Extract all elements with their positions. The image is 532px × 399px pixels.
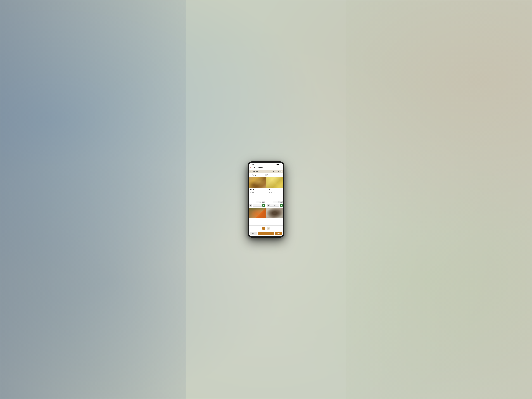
price-input-bread[interactable] (256, 201, 261, 203)
subcategory-filter[interactable]: Subcategory ▾ (266, 174, 282, 176)
butter-image (266, 177, 283, 188)
app-header: ✕ Sales report ⌕ (249, 166, 283, 170)
product-image-carrots (249, 208, 266, 218)
unit-label-bread: Unit (253, 204, 262, 207)
product-card-coffee (266, 208, 283, 226)
product-image-butter (266, 177, 283, 188)
bread-image (249, 177, 266, 188)
product-card-bread: Bread F001 Previous qty: 0 USD − Unit + (249, 177, 266, 208)
category-filter[interactable]: Category ▾ (250, 174, 266, 176)
search-button[interactable]: ⌕ (280, 167, 282, 169)
qty-row-bread: − Unit + (249, 204, 266, 208)
signal-icon: ▐▐▐ (276, 164, 279, 165)
filter-bar: Category ▾ Subcategory ▾ (249, 173, 283, 177)
product-grid: Bread F001 Previous qty: 0 USD − Unit + (249, 177, 283, 226)
qty-minus-bread[interactable]: − (249, 204, 252, 207)
status-bar: 13:01 ▐▐▐ ⌒ ▮ (249, 163, 283, 166)
phone-screen: 13:01 ▐▐▐ ⌒ ▮ ✕ Sales report ⌕ (249, 163, 283, 236)
product-name-butter: Butter (267, 189, 282, 190)
shelf-left (0, 0, 186, 399)
page-indicator: 1 / 2 (258, 232, 274, 235)
currency-butter: USD (279, 201, 283, 203)
price-row-butter: USD (266, 201, 283, 204)
price-input-butter[interactable] (273, 201, 279, 203)
product-image-coffee (266, 208, 283, 218)
qty-minus-butter[interactable]: − (267, 204, 270, 207)
back-button[interactable]: Back (250, 232, 257, 235)
app-title: Sales report (253, 167, 264, 169)
status-time: 13:01 (251, 164, 254, 165)
coffee-image (266, 208, 283, 218)
scene: 13:01 ▐▐▐ ⌒ ▮ ✕ Sales report ⌕ (0, 0, 532, 399)
qty-plus-butter[interactable]: + (280, 204, 283, 207)
subcategory-label: Subcategory (267, 174, 275, 176)
product-code-butter: F004 (267, 190, 282, 192)
product-card-butter: Butter F004 Previous qty: 0 USD − Unit + (266, 177, 283, 208)
wifi-icon: ⌒ (279, 164, 280, 165)
pagination: 1 2 (249, 226, 283, 231)
page-dot-1[interactable]: 1 (262, 227, 266, 230)
calendar-icon[interactable]: 📆 (280, 171, 282, 172)
bottom-nav: Back 1 / 2 Next (249, 231, 283, 236)
next-button[interactable]: Next (275, 232, 282, 235)
report-bar: Q1. Sell-out 05/04/2022 📆 (249, 170, 283, 173)
hand-container: 13:01 ▐▐▐ ⌒ ▮ ✕ Sales report ⌕ (247, 161, 285, 238)
product-info-bread: Bread F001 Previous qty: 0 (249, 188, 266, 201)
close-button[interactable]: ✕ (250, 167, 252, 169)
category-label: Category (251, 174, 256, 176)
product-card-carrots (249, 208, 266, 226)
header-left: ✕ Sales report (250, 167, 264, 169)
shelf-right (346, 0, 532, 399)
product-image-bread (249, 177, 266, 188)
qty-plus-bread[interactable]: + (262, 204, 265, 207)
battery-icon: ▮ (281, 164, 281, 165)
product-name-bread: Bread (250, 189, 265, 190)
unit-label-butter: Unit (270, 204, 279, 207)
product-code-bread: F001 (250, 190, 265, 192)
category-chevron: ▾ (264, 174, 265, 176)
product-prev-qty-bread: Previous qty: 0 (250, 192, 265, 193)
status-icons: ▐▐▐ ⌒ ▮ (276, 164, 281, 165)
product-info-butter: Butter F004 Previous qty: 0 (266, 188, 283, 201)
qty-row-butter: − Unit + (266, 204, 283, 208)
report-date-group: 05/04/2022 📆 (272, 171, 282, 172)
subcategory-chevron: ▾ (281, 174, 281, 176)
carrots-image (249, 208, 266, 218)
page-dot-2[interactable]: 2 (266, 227, 270, 230)
phone-frame: 13:01 ▐▐▐ ⌒ ▮ ✕ Sales report ⌕ (247, 161, 285, 238)
report-name: Q1. Sell-out (250, 171, 258, 172)
report-date: 05/04/2022 (272, 171, 279, 172)
price-row-bread: USD (249, 201, 266, 204)
product-prev-qty-butter: Previous qty: 0 (267, 192, 282, 193)
currency-bread: USD (261, 201, 265, 203)
